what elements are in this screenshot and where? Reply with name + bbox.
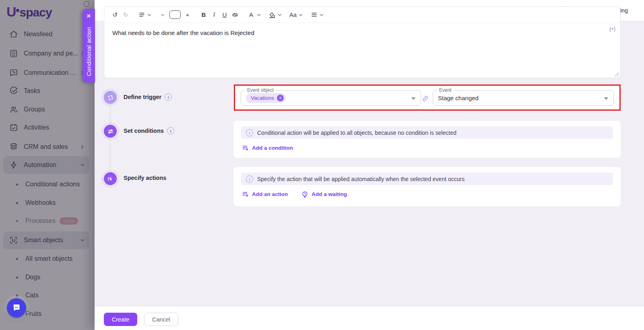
- list-plus-icon: [242, 191, 249, 198]
- description-textarea[interactable]: What needs to be done after the vacation…: [104, 23, 620, 78]
- sidebar-item-label: Activities: [24, 124, 85, 131]
- font-size-input[interactable]: [169, 10, 181, 19]
- italic-button[interactable]: I: [209, 10, 219, 20]
- sidebar-item-label: Groups: [24, 106, 85, 113]
- undo-icon[interactable]: ↺: [110, 10, 120, 20]
- highlight-color-icon[interactable]: [267, 10, 277, 20]
- chevron-down-icon[interactable]: [298, 12, 303, 17]
- clock-icon: [301, 191, 308, 198]
- event-select[interactable]: Event Stage changed: [433, 90, 614, 106]
- action-bolt-icon: [107, 175, 114, 182]
- align-icon[interactable]: [309, 10, 319, 20]
- actions-info-banner: i Specify the action that will be applie…: [241, 173, 613, 185]
- bullet-icon: [16, 258, 18, 260]
- sidebar-item-label: Automation: [24, 161, 80, 169]
- dropdown-caret-icon[interactable]: [411, 97, 415, 100]
- chevron-down-icon: [80, 237, 85, 243]
- add-condition-button[interactable]: Add a condition: [242, 144, 293, 151]
- vacations-chip: Vacations ×: [246, 93, 286, 103]
- info-icon[interactable]: i: [165, 93, 172, 101]
- sidebar-item-label: Smart objects: [24, 237, 80, 244]
- lightning-icon: [9, 160, 19, 170]
- define-trigger-label-row: Define trigger i: [124, 93, 172, 101]
- editor-toolbar: ↺ ↻ − + B I U: [104, 7, 620, 23]
- step-label-text: Define trigger: [124, 94, 161, 100]
- sidebar-item-label: Cats: [25, 292, 85, 299]
- sidebar-item-label: Processes: [25, 217, 56, 225]
- add-action-button[interactable]: Add an action: [242, 191, 288, 198]
- bullet-icon: [16, 276, 18, 278]
- font-size-increase-icon[interactable]: +: [182, 10, 193, 20]
- sidebar-item-tasks[interactable]: Tasks: [3, 82, 89, 100]
- text-case-button[interactable]: Aa: [288, 10, 298, 20]
- event-object-select[interactable]: Event object Vacations ×: [241, 90, 421, 106]
- add-action-label: Add an action: [252, 191, 288, 197]
- smart-objects-icon: [9, 235, 19, 245]
- sidebar-item-groups[interactable]: Groups: [3, 101, 89, 118]
- steps-connector-line: [110, 105, 111, 175]
- chat-launcher-button[interactable]: [7, 298, 26, 318]
- logo-text: spacy: [20, 6, 52, 19]
- set-conditions-step-icon: [104, 125, 117, 138]
- underline-button[interactable]: U: [219, 10, 230, 20]
- chip-remove-icon[interactable]: ×: [277, 95, 284, 101]
- conditional-action-drawer-tab[interactable]: × Conditional action: [83, 9, 95, 82]
- home-icon: [9, 29, 19, 39]
- event-value: Stage changed: [438, 95, 479, 101]
- sidebar-item-company[interactable]: Company and pe...: [3, 45, 89, 62]
- chevron-down-icon[interactable]: [147, 12, 152, 17]
- sidebar-item-newsfeed[interactable]: Newsfeed: [3, 25, 89, 43]
- logo-dot: [16, 9, 19, 12]
- info-icon[interactable]: i: [167, 127, 174, 134]
- bullet-icon: [16, 184, 18, 186]
- sidebar-item-label: Dogs: [25, 274, 85, 281]
- bold-button[interactable]: B: [198, 10, 209, 20]
- redo-icon[interactable]: ↻: [120, 10, 131, 20]
- sidebar-item-automation[interactable]: Automation: [3, 156, 89, 174]
- logo-u-glyph: U: [6, 4, 16, 19]
- add-waiting-button[interactable]: Add a waiting: [301, 191, 347, 198]
- sidebar-item-dogs[interactable]: Dogs: [3, 268, 89, 286]
- sidebar-item-webhooks[interactable]: Webhooks: [3, 194, 89, 212]
- insert-variable-button[interactable]: {+}: [609, 26, 615, 32]
- set-conditions-label-row: Set conditions i: [124, 127, 174, 134]
- step-label-text: Specify actions: [124, 175, 166, 181]
- sidebar-item-smart-objects[interactable]: Smart objects: [3, 231, 89, 249]
- sidebar-item-all-smart-objects[interactable]: All smart objects: [3, 250, 89, 268]
- panel-footer: Create Cancel: [95, 307, 644, 330]
- add-waiting-label: Add a waiting: [312, 191, 347, 197]
- conditions-info-banner: i Conditional action will be applied to …: [241, 126, 613, 139]
- chevron-down-icon[interactable]: [319, 12, 324, 17]
- sidebar-collapse-icon[interactable]: [84, 1, 89, 6]
- event-object-label: Event object: [245, 87, 276, 93]
- add-condition-label: Add a condition: [252, 145, 293, 151]
- list-plus-icon: [242, 144, 249, 151]
- line-spacing-icon[interactable]: [136, 10, 147, 20]
- sidebar-item-label: All smart objects: [25, 255, 85, 262]
- font-size-decrease-icon[interactable]: −: [157, 10, 168, 20]
- bullet-icon: [16, 295, 18, 297]
- sidebar-item-conditional-actions[interactable]: Conditional actions: [3, 175, 89, 193]
- cancel-button[interactable]: Cancel: [144, 313, 178, 326]
- link-icon[interactable]: [230, 10, 240, 20]
- link-fields-icon[interactable]: [421, 94, 430, 103]
- sidebar-item-activities[interactable]: Activities: [3, 119, 89, 136]
- sidebar-item-crm[interactable]: CRM and sales: [3, 138, 89, 156]
- text-color-button[interactable]: A: [246, 10, 256, 20]
- trigger-highlight-box: Event object Vacations × Event Stage cha…: [234, 85, 621, 111]
- dropdown-caret-icon[interactable]: [604, 97, 608, 100]
- building-icon: [9, 49, 19, 58]
- sidebar-item-communication[interactable]: Communication ...: [3, 64, 89, 82]
- close-icon[interactable]: ×: [83, 11, 95, 21]
- info-icon: i: [246, 129, 253, 136]
- uspacy-logo[interactable]: Uspacy: [6, 4, 52, 20]
- resize-handle-icon[interactable]: [615, 72, 619, 76]
- event-label: Event: [437, 87, 454, 93]
- description-text: What needs to be done after the vacation…: [112, 29, 254, 36]
- create-button[interactable]: Create: [104, 313, 137, 326]
- conditions-card: i Conditional action will be applied to …: [233, 121, 621, 158]
- sidebar-item-label: Fruits: [25, 310, 85, 318]
- chevron-down-icon[interactable]: [277, 12, 282, 17]
- chevron-down-icon[interactable]: [256, 12, 261, 17]
- actions-card: i Specify the action that will be applie…: [233, 167, 621, 206]
